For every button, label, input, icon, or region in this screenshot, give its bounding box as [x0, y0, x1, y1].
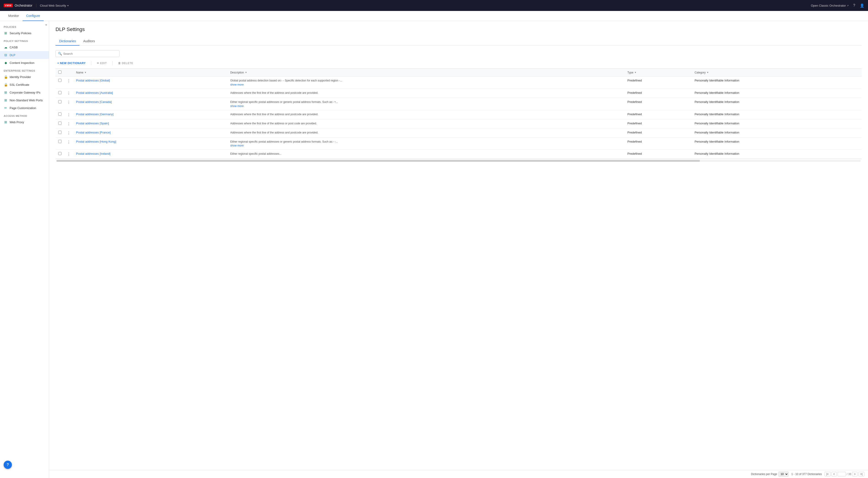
col-type-filter-icon[interactable]: ▼: [634, 71, 637, 74]
horizontal-scrollbar[interactable]: [56, 159, 862, 163]
row-menu-button-0[interactable]: ⋮: [67, 79, 70, 83]
row-menu-button-2[interactable]: ⋮: [67, 100, 70, 104]
row-name-link-6[interactable]: Postal addresses [Hong Kong]: [76, 140, 116, 143]
row-type-cell: Predefined: [625, 150, 692, 159]
row-checkbox-5[interactable]: [58, 131, 61, 134]
sidebar-item-corporate-gateway-ips[interactable]: ⊞ Corporate Gateway IPs: [0, 89, 49, 96]
row-menu-button-5[interactable]: ⋮: [67, 131, 70, 135]
row-menu-button-4[interactable]: ⋮: [67, 122, 70, 126]
row-name-link-7[interactable]: Postal addresses [Ireland]: [76, 152, 110, 156]
pagination-next-button[interactable]: >: [852, 472, 858, 476]
table-row: ⋮ Postal addresses [Canada] Either regio…: [56, 98, 862, 110]
row-type-cell: Predefined: [625, 76, 692, 89]
topbar-app-selector[interactable]: Cloud Web Security ▾: [36, 4, 69, 7]
row-menu-cell: ⋮: [64, 150, 73, 159]
row-menu-cell: ⋮: [64, 128, 73, 137]
sidebar-collapse-button[interactable]: «: [45, 23, 47, 27]
row-menu-button-1[interactable]: ⋮: [67, 91, 70, 95]
row-menu-button-7[interactable]: ⋮: [67, 152, 70, 156]
sidebar-item-web-proxy[interactable]: ⊞ Web Proxy: [0, 118, 49, 126]
sidebar-section-policy-settings: Policy Settings: [0, 37, 49, 43]
vmw-logo: VMW: [4, 4, 13, 7]
row-description-cell: Global postal address detection based on…: [227, 76, 625, 89]
row-checkbox-6[interactable]: [58, 140, 61, 143]
corporate-gateway-ips-icon: ⊞: [4, 90, 8, 95]
row-menu-cell: ⋮: [64, 98, 73, 110]
row-name-link-3[interactable]: Postal addresses [Germany]: [76, 112, 114, 116]
row-checkbox-3[interactable]: [58, 112, 61, 116]
row-checkbox-7[interactable]: [58, 152, 61, 155]
row-category-cell: Personally Identifiable Information: [692, 128, 862, 137]
select-all-checkbox[interactable]: [58, 70, 61, 74]
pagination-prev-button[interactable]: <: [832, 472, 837, 476]
show-more-link-0[interactable]: show more: [230, 83, 622, 86]
tab-auditors[interactable]: Auditors: [80, 37, 98, 46]
row-category-5: Personally Identifiable Information: [694, 131, 739, 134]
delete-button[interactable]: 🗑 DELETE: [116, 61, 135, 66]
row-menu-button-3[interactable]: ⋮: [67, 113, 70, 116]
sidebar-item-security-policies[interactable]: ⊞ Security Policies: [0, 29, 49, 37]
pagination-page-input[interactable]: 1: [838, 472, 846, 476]
row-description-cell: Either regional specific postal addresse…: [227, 137, 625, 150]
row-category-cell: Personally Identifiable Information: [692, 89, 862, 98]
open-classic-link[interactable]: Open Classic Orchestrator ↗: [811, 4, 848, 7]
row-category-4: Personally Identifiable Information: [694, 122, 739, 125]
row-checkbox-cell: [56, 119, 64, 128]
row-checkbox-2[interactable]: [58, 100, 61, 103]
tab-dictionaries[interactable]: Dictionaries: [56, 37, 80, 46]
page-range: 1 - 10 of 377 Dictionaries: [791, 473, 822, 476]
col-name-filter-icon[interactable]: ▼: [84, 71, 87, 74]
row-description-cell: Either regional specific postal addresse…: [227, 98, 625, 110]
sidebar-item-ssl-certificate[interactable]: 🔒 SSL Certificate: [0, 81, 49, 89]
sidebar-item-dlp[interactable]: ⊟ DLP: [0, 51, 49, 59]
show-more-link-2[interactable]: show more: [230, 104, 622, 108]
row-type-0: Predefined: [627, 79, 642, 82]
casb-icon: ☁: [4, 45, 8, 49]
row-category-cell: Personally Identifiable Information: [692, 98, 862, 110]
dictionaries-table: Name ▼ Description ▼ Typ: [56, 68, 862, 159]
row-type-cell: Predefined: [625, 98, 692, 110]
page-title: DLP Settings: [56, 27, 862, 32]
row-checkbox-4[interactable]: [58, 122, 61, 125]
help-circle-icon[interactable]: ?: [853, 3, 855, 7]
sidebar-item-casb[interactable]: ☁ CASB: [0, 43, 49, 51]
sidebar-item-content-inspection[interactable]: ◆ Content Inspection: [0, 59, 49, 67]
table-row: ⋮ Postal addresses [Ireland] Either regi…: [56, 150, 862, 159]
row-name-link-0[interactable]: Postal addresses [Global]: [76, 79, 110, 82]
row-name-cell: Postal addresses [Germany]: [73, 110, 227, 119]
security-policies-icon: ⊞: [4, 31, 8, 35]
row-checkbox-0[interactable]: [58, 79, 61, 82]
pagination-last-button[interactable]: >|: [859, 472, 864, 476]
pagination-bar: Dictionaries per Page 10 25 50 1 - 10 of…: [49, 470, 868, 478]
row-checkbox-1[interactable]: [58, 91, 61, 94]
row-category-3: Personally Identifiable Information: [694, 112, 739, 116]
col-description-filter-icon[interactable]: ▼: [245, 71, 247, 74]
row-description-0: Global postal address detection based on…: [230, 79, 342, 82]
new-dictionary-button[interactable]: + NEW DICTIONARY: [56, 61, 88, 66]
col-description-label: Description: [230, 71, 244, 74]
col-category-filter-icon[interactable]: ▼: [707, 71, 709, 74]
topbar-app-name: Cloud Web Security: [40, 4, 66, 7]
nav-monitor[interactable]: Monitor: [5, 11, 23, 21]
user-avatar-icon[interactable]: 👤: [860, 3, 864, 8]
sidebar-item-page-customization[interactable]: ✏ Page Customization: [0, 104, 49, 112]
col-name: Name ▼: [73, 69, 227, 76]
search-input[interactable]: [63, 52, 117, 56]
sidebar-item-identity-provider[interactable]: 🔒 Identity Provider: [0, 73, 49, 81]
row-description-1: Addresses where the first line of the ad…: [230, 91, 318, 95]
row-menu-button-6[interactable]: ⋮: [67, 140, 70, 144]
help-button[interactable]: ?: [4, 460, 12, 469]
row-name-link-5[interactable]: Postal addresses [France]: [76, 131, 111, 134]
row-checkbox-cell: [56, 128, 64, 137]
row-name-link-1[interactable]: Postal addresses [Australia]: [76, 91, 113, 95]
edit-button[interactable]: ✏ EDIT: [95, 61, 109, 66]
nav-configure[interactable]: Configure: [23, 11, 44, 21]
row-name-link-4[interactable]: Postal addresses [Spain]: [76, 122, 109, 125]
per-page-select[interactable]: 10 25 50: [778, 472, 788, 477]
row-name-link-2[interactable]: Postal addresses [Canada]: [76, 100, 112, 104]
pagination-first-button[interactable]: |<: [825, 472, 831, 476]
sidebar-item-security-policies-label: Security Policies: [9, 32, 31, 35]
sidebar-item-non-standard-web-ports[interactable]: ⊞ Non-Standard Web Ports: [0, 96, 49, 104]
content-inspection-icon: ◆: [4, 61, 8, 65]
show-more-link-6[interactable]: show more: [230, 144, 622, 147]
